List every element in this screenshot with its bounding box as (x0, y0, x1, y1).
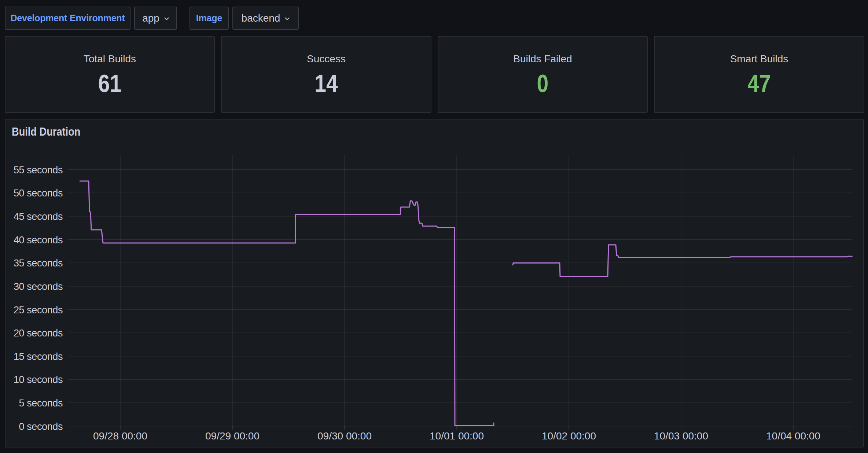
svg-text:40 seconds: 40 seconds (14, 235, 63, 246)
svg-text:20 seconds: 20 seconds (14, 328, 63, 339)
svg-text:10/02 00:00: 10/02 00:00 (542, 430, 596, 442)
svg-text:25 seconds: 25 seconds (14, 305, 63, 316)
svg-text:55 seconds: 55 seconds (14, 165, 63, 176)
svg-text:0 seconds: 0 seconds (19, 421, 63, 432)
svg-text:35 seconds: 35 seconds (14, 258, 63, 269)
svg-text:10/01 00:00: 10/01 00:00 (430, 430, 484, 442)
svg-text:09/29 00:00: 09/29 00:00 (205, 430, 260, 442)
svg-text:09/30 00:00: 09/30 00:00 (317, 430, 372, 442)
svg-text:50 seconds: 50 seconds (14, 188, 63, 199)
svg-text:5 seconds: 5 seconds (19, 398, 63, 409)
svg-text:10/04 00:00: 10/04 00:00 (766, 430, 820, 442)
svg-text:10 seconds: 10 seconds (14, 374, 63, 385)
svg-text:10/03 00:00: 10/03 00:00 (654, 430, 708, 442)
svg-text:30 seconds: 30 seconds (14, 281, 63, 292)
svg-text:45 seconds: 45 seconds (14, 211, 63, 222)
svg-text:15 seconds: 15 seconds (14, 351, 63, 362)
svg-text:09/28 00:00: 09/28 00:00 (93, 430, 147, 442)
